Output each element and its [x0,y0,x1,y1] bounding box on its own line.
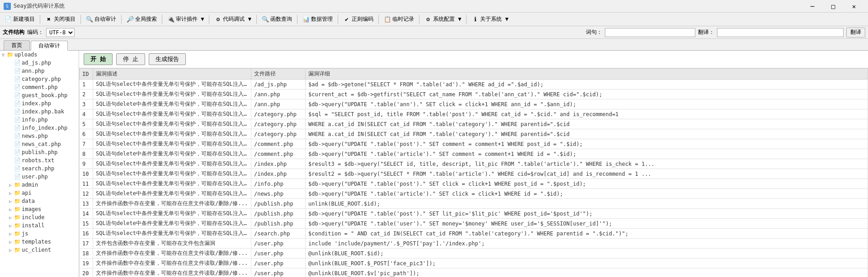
file-icon-robots: 📄 [14,157,21,164]
menu-sep-11 [466,15,467,24]
menu-audit-plugin[interactable]: 🔌 审计插件 ▼ [165,14,207,24]
tree-item-publish[interactable]: 📄publish.php [0,148,79,156]
tree-label-uploads: uploads [14,52,38,58]
col-header-detail: 漏洞详细 [306,69,868,80]
table-row[interactable]: 6SQL语句select中条件变量无单引号保护，可能存在SQL注入漏洞/cate… [80,129,868,139]
keyword-input[interactable] [605,28,695,37]
table-row[interactable]: 8SQL语句delete中条件变量无单引号保护，可能存在SQL注入漏洞/comm… [80,149,868,159]
table-row[interactable]: 11SQL语句select中条件变量无单引号保护，可能存在SQL注入漏洞/inf… [80,179,868,189]
folder-icon-include: 📁 [14,214,21,221]
tab-auto-audit[interactable]: 自动审计 [31,41,68,51]
table-row[interactable]: 7SQL语句select中条件变量无单引号保护，可能存在SQL注入漏洞/comm… [80,139,868,149]
tree-toggle-templates[interactable]: ▷ [7,239,14,245]
table-row[interactable]: 12SQL语句delete中条件变量无单引号保护，可能存在SQL注入漏洞/new… [80,189,868,199]
tree-item-include[interactable]: ▷📁include [0,213,79,221]
tree-toggle-js[interactable]: ▷ [7,230,14,237]
cell-path: /publish.php [251,199,306,209]
col-header-id: ID [80,69,93,80]
file-icon-news_cat: 📄 [14,141,21,148]
tree-item-js[interactable]: ▷📁js [0,230,79,238]
tree-root-uploads[interactable]: ▽ 📁 uploads [0,51,79,59]
tree-item-guest_book[interactable]: 📄guest_book.php [0,91,79,99]
app-title: Seay源代码审计系统 [14,2,65,10]
table-row[interactable]: 1SQL语句select中条件变量无单引号保护，可能存在SQL注入漏洞/ad_j… [80,80,868,89]
table-row[interactable]: 15SQL语句delete中条件变量无单引号保护，可能存在SQL注入漏洞/pub… [80,219,868,229]
tree-item-search[interactable]: 📄search.php [0,164,79,173]
tree-item-admin[interactable]: ▷📁admin [0,181,79,189]
table-row[interactable]: 9SQL语句select中条件变量无单引号保护，可能存在SQL注入漏洞/inde… [80,159,868,169]
table-row[interactable]: 17文件包含函数中存在变量，可能存在文件包含漏洞/user.phpinclude… [80,239,868,249]
menu-func-query[interactable]: 🔍 函数查询 [259,14,295,24]
tab-bar: 首页 自动审计 [0,39,868,51]
minimize-button[interactable]: ─ [802,0,823,13]
translate-input[interactable] [717,28,844,37]
encoding-select[interactable]: UTF-8 GBK [46,28,75,37]
translate-button[interactable]: 翻译 [846,28,865,38]
tree-item-index_bak[interactable]: 📄index.php.bak [0,108,79,116]
tree-item-index[interactable]: 📄index.php [0,99,79,108]
tree-item-ad_js[interactable]: 📄ad_js.php [0,59,79,67]
cell-detail: @unlink(BLUE_ROOT.$id); [306,249,868,258]
tree-toggle-images[interactable]: ▷ [7,206,14,212]
table-row[interactable]: 19文件操作函数中存在变量，可能存在任意文件读取/删除/修.../user.ph… [80,258,868,268]
tree-item-category[interactable]: 📄category.php [0,75,79,83]
tree-item-info[interactable]: 📄info.php [0,116,79,124]
tree-item-templates[interactable]: ▷📁templates [0,238,79,246]
cell-detail: $db->query("UPDATE ".table('article')." … [306,149,868,159]
menu-about[interactable]: ℹ 关于系统 ▼ [469,14,511,24]
menu-code-debug[interactable]: ⚙ 代码调试 ▼ [212,14,254,24]
menu-data-mgr[interactable]: 📊 数据管理 [300,14,335,24]
tree-item-api[interactable]: ▷📁api [0,189,79,197]
start-button[interactable]: 开 始 [84,53,113,65]
table-row[interactable]: 5SQL语句select中条件变量无单引号保护，可能存在SQL注入漏洞/cate… [80,119,868,129]
table-row[interactable]: 14SQL语句select中条件变量无单引号保护，可能存在SQL注入漏洞/pub… [80,209,868,219]
tree-item-robots[interactable]: 📄robots.txt [0,156,79,164]
table-row[interactable]: 20文件操作函数中存在变量，可能存在任意文件读取/删除/修.../user.ph… [80,268,868,277]
menu-temp-record[interactable]: 📋 临时记录 [381,14,417,24]
tree-toggle-data[interactable]: ▷ [7,198,14,204]
tree-item-news_cat[interactable]: 📄news_cat.php [0,140,79,148]
stop-button[interactable]: 停 止 [116,53,145,65]
cell-id: 19 [80,258,93,268]
table-row[interactable]: 2SQL语句select中条件变量无单引号保护，可能存在SQL注入漏洞/ann.… [80,89,868,99]
report-button[interactable]: 生成报告 [149,53,186,65]
audit-plugin-icon: 🔌 [167,16,175,23]
close-button[interactable]: ✕ [844,0,864,13]
maximize-button[interactable]: □ [823,0,844,13]
tree-toggle-include[interactable]: ▷ [7,214,14,221]
sidebar: ▽ 📁 uploads 📄ad_js.php📄ann.php📄category.… [0,51,79,277]
menu-sys-config[interactable]: ⚙ 系统配置 ▼ [422,14,464,24]
table-row[interactable]: 13文件操作函数中存在变量，可能存在任意文件读取/删除/修.../publish… [80,199,868,209]
tree-toggle-uploads[interactable]: ▽ [0,52,6,58]
menu-global-search[interactable]: 🔎 全局搜索 [124,14,160,24]
menu-sep-2 [80,15,81,24]
table-row[interactable]: 18文件操作函数中存在变量，可能存在任意文件读取/删除/修.../user.ph… [80,249,868,258]
tree-item-news[interactable]: 📄news.php [0,132,79,140]
table-row[interactable]: 16SQL语句select中条件变量无单引号保护，可能存在SQL注入漏洞/sea… [80,229,868,239]
menu-auto-audit[interactable]: 🔍 自动审计 [83,14,119,24]
tree-item-comment[interactable]: 📄comment.php [0,83,79,91]
table-row[interactable]: 4SQL语句select中条件变量无单引号保护，可能存在SQL注入漏洞/cate… [80,109,868,119]
file-icon-ann: 📄 [14,67,21,75]
tree-item-install[interactable]: ▷📁install [0,221,79,230]
tab-home[interactable]: 首页 [4,40,30,50]
tree-item-ann[interactable]: 📄ann.php [0,67,79,75]
tree-toggle-install[interactable]: ▷ [7,222,14,229]
tree-item-info_index[interactable]: 📄info_index.php [0,124,79,132]
tree-toggle-admin[interactable]: ▷ [7,182,14,188]
table-row[interactable]: 10SQL语句select中条件变量无单引号保护，可能存在SQL注入漏洞/ind… [80,169,868,179]
tree-toggle-api[interactable]: ▷ [7,190,14,196]
tree-item-uc_client[interactable]: ▷📁uc_client [0,246,79,254]
menu-close-project[interactable]: ✖ 关闭项目 [42,14,78,24]
tree-item-images[interactable]: ▷📁images [0,205,79,213]
tree-label-comment: comment.php [21,84,57,90]
table-row[interactable]: 3SQL语句delete中条件变量无单引号保护，可能存在SQL注入漏洞/ann.… [80,99,868,109]
file-icon-search: 📄 [14,165,21,172]
menu-regex-encode[interactable]: ✔ 正则编码 [340,14,376,24]
cell-detail: $condition = " AND cat_id IN(SELECT cat_… [306,229,868,239]
tree-item-user[interactable]: 📄user.php [0,173,79,181]
folder-icon-admin: 📁 [14,181,21,188]
menu-new-project[interactable]: 📄 新建项目 [2,14,38,24]
tree-item-data[interactable]: ▷📁data [0,197,79,205]
tree-toggle-uc_client[interactable]: ▷ [7,247,14,253]
